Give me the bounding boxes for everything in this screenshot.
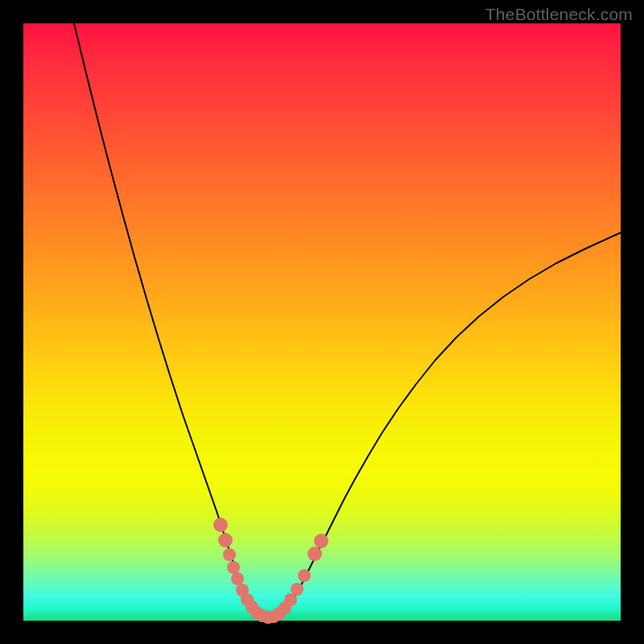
threshold-marker <box>291 583 303 596</box>
threshold-marker <box>231 572 244 585</box>
threshold-marker <box>308 547 322 561</box>
threshold-marker <box>223 548 236 561</box>
threshold-marker <box>227 561 240 574</box>
threshold-marker <box>218 533 233 547</box>
watermark-text: TheBottleneck.com <box>485 5 633 24</box>
chart-frame: TheBottleneck.com <box>0 0 644 644</box>
plot-area <box>23 23 621 621</box>
curve-left-branch <box>74 23 268 619</box>
curve-right-branch <box>268 233 621 619</box>
threshold-marker <box>213 518 228 532</box>
curve-lines <box>74 23 621 619</box>
threshold-markers <box>213 518 328 624</box>
threshold-marker <box>314 534 328 548</box>
threshold-marker <box>298 569 311 582</box>
curve-svg <box>23 23 621 621</box>
